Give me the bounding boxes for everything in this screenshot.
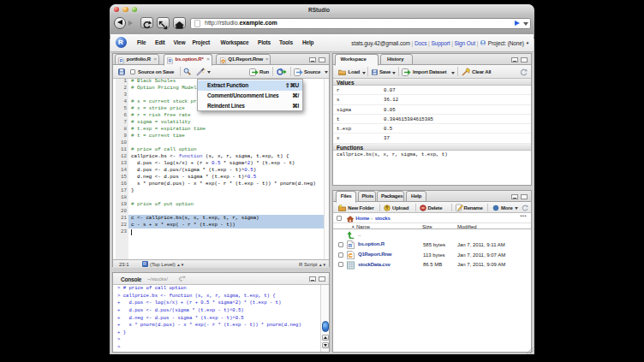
svg-text:R: R xyxy=(348,243,352,248)
svg-text:R: R xyxy=(169,58,172,63)
svg-text:R: R xyxy=(120,58,123,63)
